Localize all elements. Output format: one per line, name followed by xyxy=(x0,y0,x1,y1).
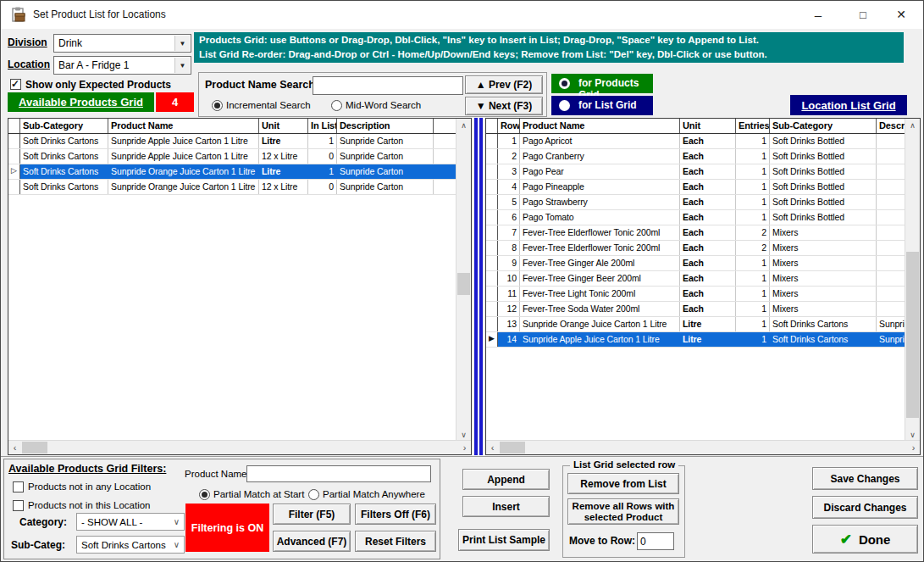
location-list-grid[interactable]: RowProduct NameUnitEntriesSub-CategoryDe… xyxy=(485,118,921,455)
table-row[interactable]: 7Fever-Tree Elderflower Tonic 200mlEach2… xyxy=(486,225,905,241)
filter-button[interactable]: Filter (F5) xyxy=(273,504,351,525)
vertical-scrollbar[interactable]: ∧ ∨ xyxy=(456,119,471,441)
insert-button[interactable]: Insert xyxy=(462,496,550,517)
table-row[interactable]: Soft Drinks CartonsSunpride Orange Juice… xyxy=(8,180,456,195)
check-icon: ✔ xyxy=(840,531,852,548)
table-row[interactable]: 3Pago PearEach1Soft Drinks Bottled xyxy=(486,164,905,180)
table-cell: Pago Apricot xyxy=(520,134,680,148)
partial-anywhere-label: Partial Match Anywhere xyxy=(323,489,425,499)
table-row[interactable]: 5Pago StrawberryEach1Soft Drinks Bottled xyxy=(486,195,905,210)
append-button[interactable]: Append xyxy=(462,469,550,490)
remove-from-list-button[interactable]: Remove from List xyxy=(567,473,679,494)
done-button[interactable]: ✔ Done xyxy=(812,525,918,554)
close-icon[interactable]: ✕ xyxy=(882,1,921,28)
table-cell: 4 xyxy=(498,180,520,194)
table-row[interactable]: 6Pago TomatoEach1Soft Drinks Bottled xyxy=(486,210,905,225)
search-label: Product Name Search xyxy=(205,79,315,91)
scroll-up-icon[interactable]: ∧ xyxy=(905,119,920,131)
scrollbar-thumb[interactable] xyxy=(500,442,525,453)
column-header: Description xyxy=(877,119,905,133)
table-row[interactable]: 11Fever-Tree Light Tonic 200mlEach1Mixer… xyxy=(486,287,905,302)
scrollbar-thumb[interactable] xyxy=(906,252,919,418)
incremental-search-label: Incremental Search xyxy=(226,100,311,110)
remove-all-rows-button[interactable]: Remove all Rows with selected Product xyxy=(567,498,679,525)
table-cell: Each xyxy=(680,256,736,270)
row-indicator-icon xyxy=(486,241,498,255)
search-input[interactable] xyxy=(313,76,463,95)
table-row[interactable]: 4Pago PineappleEach1Soft Drinks Bottled xyxy=(486,180,905,195)
table-row[interactable]: 10Fever-Tree Ginger Beer 200mlEach1Mixer… xyxy=(486,271,905,287)
for-list-grid-radio[interactable] xyxy=(559,100,570,111)
filters-off-button[interactable]: Filters Off (F6) xyxy=(355,504,436,525)
table-cell: Litre xyxy=(680,332,736,347)
for-list-grid-option[interactable]: for List Grid xyxy=(551,96,653,115)
scroll-left-icon[interactable]: ‹ xyxy=(486,441,499,454)
table-cell: Fever-Tree Elderflower Tonic 200ml xyxy=(520,241,680,255)
advanced-button[interactable]: Advanced (F7) xyxy=(273,531,351,552)
row-indicator-icon: ▷ xyxy=(8,164,20,179)
table-row[interactable]: 2Pago CranberryEach1Soft Drinks Bottled xyxy=(486,149,905,164)
save-changes-button[interactable]: Save Changes xyxy=(812,467,918,490)
not-any-location-checkbox[interactable] xyxy=(13,481,24,492)
filters-panel: Available Products Grid Filters: Product… xyxy=(3,459,440,559)
for-products-grid-option[interactable]: for Products Grid xyxy=(551,74,653,93)
table-cell xyxy=(877,180,905,194)
row-indicator-icon xyxy=(486,180,498,194)
table-row[interactable]: ▶14Sunpride Apple Juice Carton 1 LitreLi… xyxy=(486,332,905,348)
scroll-down-icon[interactable]: ∨ xyxy=(456,428,471,441)
app-icon xyxy=(10,7,27,24)
table-row[interactable]: 8Fever-Tree Elderflower Tonic 200mlEach2… xyxy=(486,241,905,256)
discard-changes-button[interactable]: Discard Changes xyxy=(812,496,918,519)
partial-start-radio[interactable] xyxy=(199,489,210,500)
maximize-icon[interactable]: □ xyxy=(844,1,883,28)
print-list-sample-button[interactable]: Print List Sample xyxy=(458,529,550,551)
table-row[interactable]: Soft Drinks CartonsSunpride Apple Juice … xyxy=(8,149,456,164)
table-row[interactable]: Soft Drinks CartonsSunpride Apple Juice … xyxy=(8,134,456,149)
instructions-banner: Products Grid: use Buttons or Drag-Drop,… xyxy=(194,32,904,63)
row-indicator-icon xyxy=(486,210,498,225)
table-row[interactable]: 1Pago ApricotEach1Soft Drinks Bottled xyxy=(486,134,905,149)
next-button[interactable]: ▼ Next (F3) xyxy=(465,97,543,115)
products-count-badge: 4 xyxy=(156,92,194,112)
reset-filters-button[interactable]: Reset Filters xyxy=(355,531,436,552)
scroll-right-icon[interactable]: › xyxy=(907,441,920,454)
move-to-row-input[interactable] xyxy=(637,532,674,550)
scroll-down-icon[interactable]: ∨ xyxy=(905,428,920,441)
dropdown-arrow-icon: ▼ xyxy=(174,58,190,73)
table-row[interactable]: ▷Soft Drinks CartonsSunpride Orange Juic… xyxy=(8,164,456,180)
chevron-down-icon: ∨ xyxy=(174,517,180,526)
incremental-search-radio[interactable] xyxy=(212,100,223,111)
location-select[interactable]: Bar A - Fridge 1 ▼ xyxy=(53,56,191,75)
scrollbar-thumb[interactable] xyxy=(22,442,47,453)
table-cell: Soft Drinks Cartons xyxy=(770,332,877,347)
table-row[interactable]: 12Fever-Tree Soda Water 200mlEach1Mixers xyxy=(486,302,905,317)
category-select[interactable]: - SHOW ALL - ∨ xyxy=(76,513,185,531)
show-expected-checkbox[interactable] xyxy=(10,79,21,90)
row-indicator-header xyxy=(8,119,20,133)
midword-search-radio[interactable] xyxy=(331,100,342,111)
available-products-grid[interactable]: Sub-CategoryProduct NameUnitIn ListDescr… xyxy=(8,118,472,455)
division-select[interactable]: Drink ▼ xyxy=(53,34,191,53)
prev-button[interactable]: ▲ Prev (F2) xyxy=(465,75,543,94)
table-row[interactable]: 9Fever-Tree Ginger Ale 200mlEach1Mixers xyxy=(486,256,905,271)
not-this-location-checkbox[interactable] xyxy=(13,500,24,511)
filter-product-name-input[interactable] xyxy=(246,465,431,482)
horizontal-scrollbar[interactable]: ‹ › xyxy=(486,440,920,454)
grid-splitter[interactable] xyxy=(473,118,484,455)
table-cell: Mixers xyxy=(770,241,877,255)
subcateg-select[interactable]: Soft Drinks Cartons ∨ xyxy=(76,536,185,554)
scroll-up-icon[interactable]: ∧ xyxy=(456,119,471,131)
table-cell: Mixers xyxy=(770,302,877,316)
scroll-right-icon[interactable]: › xyxy=(458,441,471,454)
scrollbar-thumb[interactable] xyxy=(457,273,470,295)
table-cell: 1 xyxy=(736,271,770,286)
scroll-left-icon[interactable]: ‹ xyxy=(8,441,21,454)
vertical-scrollbar[interactable]: ∧ ∨ xyxy=(905,119,920,441)
horizontal-scrollbar[interactable]: ‹ › xyxy=(8,440,471,454)
for-products-grid-radio[interactable] xyxy=(559,78,570,89)
partial-anywhere-radio[interactable] xyxy=(308,489,319,500)
table-cell: 0 xyxy=(308,149,337,164)
minimize-icon[interactable]: – xyxy=(799,1,838,28)
table-row[interactable]: 13Sunpride Orange Juice Carton 1 LitreLi… xyxy=(486,317,905,332)
division-label: Division xyxy=(8,36,47,48)
